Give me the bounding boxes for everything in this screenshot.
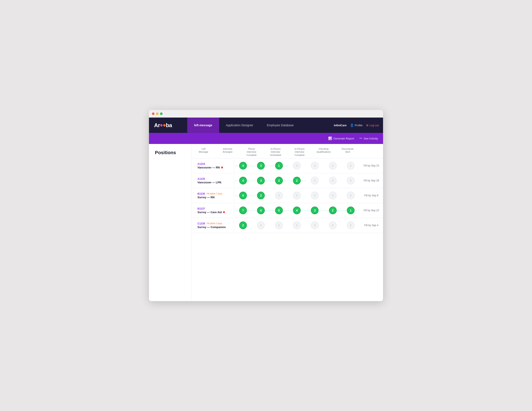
bubble-a1234-4: 0 xyxy=(311,162,319,169)
cell-b1237-ips: 4 xyxy=(288,206,306,214)
fill-badge-c1239: Fill within 3 days xyxy=(207,222,222,225)
cell-c1239-ips: 0 xyxy=(288,222,306,229)
logo-dot-orange xyxy=(163,124,166,127)
bubble-a1234-6: 0 xyxy=(347,162,354,169)
row-position-a1234: Vancouver — RN xyxy=(198,166,230,169)
col-header-inperson-complete: In-PersonInterviewComplete xyxy=(287,147,312,157)
logout-icon: ⊗ xyxy=(366,124,369,127)
col-header-checking-qualifications: CheckingQualifications xyxy=(312,147,336,157)
table-row[interactable]: B1236 Fill within 7 days Surrey — RN 4 2… xyxy=(191,188,383,203)
bubble-a1234-2: 1 xyxy=(275,162,283,169)
column-headers: LeftMessage InterviewArranged PhoneInter… xyxy=(191,144,383,158)
cell-b1237-ds: 1 xyxy=(342,206,360,214)
cell-a1234-ds: 0 xyxy=(342,162,360,169)
cell-b1237-pic: 5 xyxy=(270,206,288,214)
cell-b1236-lm: 4 xyxy=(234,192,252,199)
row-cells-a1235: 4 3 3 2 0 0 0 Fill by Sep 29 xyxy=(234,177,383,185)
cell-a1235-ips: 2 xyxy=(288,177,306,185)
cell-b1236-ds: 0 xyxy=(342,192,360,199)
fill-badge-b1236: Fill within 7 days xyxy=(207,193,222,195)
row-position-b1237: Surrey — Care Aid xyxy=(198,211,230,214)
toolbar: 📊 Generate Report 〜 See Activity xyxy=(149,133,383,144)
col-header-inperson-scheduled: In-PersonInterviewScheduled xyxy=(264,147,288,157)
cell-b1236-pic: 0 xyxy=(270,192,288,199)
row-id-a1234: A1234 xyxy=(198,163,205,166)
row-cells-a1234: 4 3 1 0 0 0 0 Fill by Sep 15 xyxy=(234,162,383,169)
positions-sidebar: Positions xyxy=(149,144,191,301)
fill-date-b1237: Fill by Sep 22 xyxy=(364,209,379,212)
fill-date-b1236: Fill by Sep 8 xyxy=(364,194,378,197)
content-inner: Positions LeftMessage InterviewArranged … xyxy=(149,144,383,301)
row-cells-c1239: 2 0 0 0 0 0 0 Fill by Sep 4 xyxy=(234,222,383,229)
cell-c1239-pic: 0 xyxy=(270,222,288,229)
row-id-c1239: C1239 xyxy=(198,222,205,225)
nav-employee-database[interactable]: Employee Database xyxy=(260,117,301,133)
positions-title: Positions xyxy=(155,150,187,156)
cell-a1234-cq: 0 xyxy=(324,162,342,169)
empty-table-area xyxy=(191,233,383,301)
bubble-a1234-0: 4 xyxy=(239,162,247,169)
row-position-a1235: Vancouver — LPN xyxy=(198,181,230,184)
cell-a1235-date: Fill by Sep 29 xyxy=(360,179,383,182)
cell-b1236-cq: 0 xyxy=(324,192,342,199)
table-row[interactable]: B1237 Surrey — Care Aid 7 6 5 4 3 2 xyxy=(191,203,383,218)
row-cells-b1236: 4 2 0 0 0 0 0 Fill by Sep 8 xyxy=(234,192,383,199)
cell-c1239-date: Fill by Sep 4 xyxy=(360,224,383,227)
cell-a1235-lm: 4 xyxy=(234,177,252,185)
cell-a1234-date: Fill by Sep 15 xyxy=(360,164,383,167)
cell-c1239-cq: 0 xyxy=(324,222,342,229)
fill-date-a1234: Fill by Sep 15 xyxy=(364,164,379,167)
cell-b1237-cq: 2 xyxy=(324,206,342,214)
row-left-b1237: B1237 Surrey — Care Aid xyxy=(191,205,234,216)
nav-application-designer[interactable]: Application Designer xyxy=(219,117,260,133)
table-area: LeftMessage InterviewArranged PhoneInter… xyxy=(191,144,383,301)
col-header-fill-by xyxy=(360,147,383,157)
logout-label: Log out xyxy=(370,124,379,127)
logo-dot-pink xyxy=(160,124,162,127)
cell-b1236-ia: 2 xyxy=(252,192,270,199)
nav-logout-button[interactable]: ⊗ Log out xyxy=(366,124,379,127)
brand-name: InfiniCare xyxy=(334,124,347,127)
cell-a1235-pic: 3 xyxy=(270,177,288,185)
table-row[interactable]: C1239 Fill within 3 days Surrey — Compan… xyxy=(191,218,383,233)
col-header-documents-sent: DocumentsSent xyxy=(336,147,360,157)
browser-close-dot[interactable] xyxy=(152,112,154,115)
cell-c1239-lm: 2 xyxy=(234,222,252,229)
see-activity-button[interactable]: 〜 See Activity xyxy=(359,137,378,141)
row-left-b1236: B1236 Fill within 7 days Surrey — RN xyxy=(191,190,234,201)
row-id-a1235: A1235 xyxy=(198,177,205,180)
cell-a1234-ipc: 0 xyxy=(306,162,324,169)
nav-profile-button[interactable]: 👤 Profile xyxy=(350,124,363,127)
col-header-interview-arranged: InterviewArranged xyxy=(216,147,240,157)
row-position-c1239: Surrey — Companion xyxy=(198,225,230,229)
cell-b1236-ips: 0 xyxy=(288,192,306,199)
activity-icon: 〜 xyxy=(359,137,362,141)
browser-chrome xyxy=(149,110,383,117)
generate-report-button[interactable]: 📊 Generate Report xyxy=(328,137,354,140)
bubble-a1234-5: 0 xyxy=(329,162,337,169)
fill-date-c1239: Fill by Sep 4 xyxy=(364,224,378,227)
row-position-b1236: Surrey — RN xyxy=(198,196,230,199)
browser-minimize-dot[interactable] xyxy=(156,112,159,115)
cell-c1239-ia: 0 xyxy=(252,222,270,229)
row-cells-b1237: 7 6 5 4 3 2 1 Fill by Sep 22 xyxy=(234,206,383,214)
cell-a1235-cq: 0 xyxy=(324,177,342,185)
cell-b1236-date: Fill by Sep 8 xyxy=(360,194,383,197)
row-id-b1236: B1236 xyxy=(198,192,205,195)
cell-b1237-lm: 7 xyxy=(234,206,252,214)
bubble-a1234-3: 0 xyxy=(293,162,301,169)
table-row[interactable]: A1234 Vancouver — RN 4 3 1 0 0 0 xyxy=(191,158,383,173)
col-header-left-message: LeftMessage xyxy=(191,147,216,157)
cell-b1237-ipc: 3 xyxy=(306,206,324,214)
alert-dot-a1234 xyxy=(221,166,223,168)
nav-dashboard[interactable]: left-message xyxy=(187,117,219,133)
bar-chart-icon: 📊 xyxy=(328,137,332,140)
cell-b1237-ia: 6 xyxy=(252,206,270,214)
generate-report-label: Generate Report xyxy=(333,137,354,140)
logo-area: Arba xyxy=(149,117,187,133)
cell-c1239-ds: 0 xyxy=(342,222,360,229)
row-left-a1235: A1235 Vancouver — LPN xyxy=(191,175,234,186)
browser-maximize-dot[interactable] xyxy=(160,112,162,115)
table-row[interactable]: A1235 Vancouver — LPN 4 3 3 2 0 0 0 Fill… xyxy=(191,173,383,188)
logo-dots xyxy=(160,124,166,127)
